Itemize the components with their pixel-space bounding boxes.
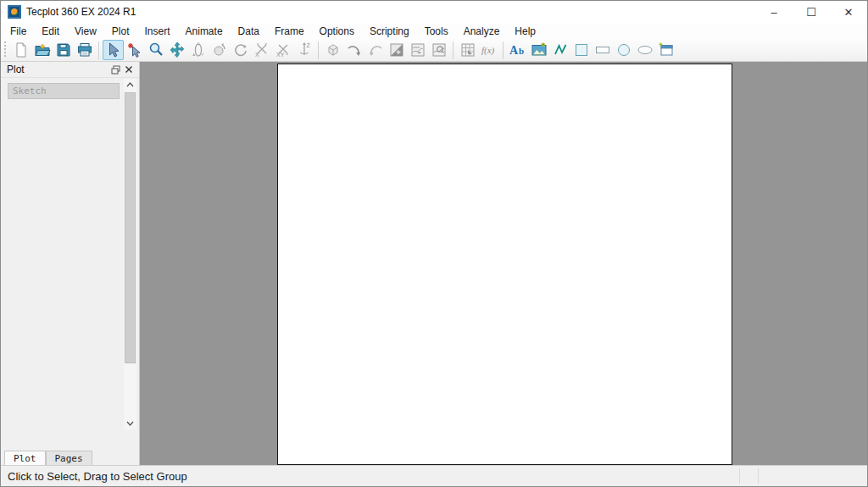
menu-file[interactable]: File	[3, 24, 34, 39]
insert-square-button[interactable]	[570, 40, 592, 60]
rotate-spherical-icon	[190, 42, 207, 58]
insert-text-button[interactable]: Ab	[507, 40, 528, 60]
float-panel-icon	[111, 65, 120, 75]
rotate-rollerball-button[interactable]	[209, 40, 230, 60]
rotate-x-icon: X	[253, 42, 270, 58]
menu-insert[interactable]: Insert	[137, 24, 178, 39]
probe-button[interactable]	[428, 40, 449, 60]
rotate-z-button[interactable]: Z	[293, 40, 314, 60]
probe-icon	[431, 42, 448, 58]
rotate-twist-button[interactable]	[230, 40, 251, 60]
close-button[interactable]: ✕	[830, 1, 867, 23]
scrollbar-thumb[interactable]	[125, 92, 136, 363]
save-layout-button[interactable]	[53, 40, 74, 60]
redo-arrow-icon	[367, 42, 384, 58]
magnifier-icon	[147, 42, 164, 58]
main-area: Plot Sketch Plot Pages	[1, 62, 867, 465]
save-floppy-icon	[55, 42, 72, 58]
workspace-canvas[interactable]	[141, 62, 867, 465]
print-button[interactable]	[74, 40, 95, 60]
maximize-button[interactable]: ☐	[793, 1, 830, 23]
menu-help[interactable]: Help	[507, 24, 543, 39]
insert-image-button[interactable]	[528, 40, 549, 60]
create-zone-icon	[388, 42, 405, 58]
ellipse-icon	[637, 42, 654, 58]
scroll-up-icon[interactable]	[124, 79, 136, 91]
open-layout-button[interactable]	[31, 40, 53, 60]
titlebar: Tecplot 360 EX 2024 R1 – ☐ ✕	[1, 1, 867, 23]
rotate-y-icon: XY	[275, 42, 292, 58]
rotate-z-icon: Z	[296, 42, 313, 58]
menu-options[interactable]: Options	[312, 24, 362, 39]
toolbar-separator	[503, 42, 504, 59]
function-icon: f(x)	[480, 42, 498, 58]
printer-icon	[76, 42, 93, 58]
text-icon: Ab	[509, 42, 527, 58]
selector-tool-button[interactable]	[103, 40, 124, 60]
fx-glyph: f(x)	[481, 45, 495, 56]
menu-analyze[interactable]: Analyze	[456, 24, 508, 39]
close-panel-button[interactable]	[122, 63, 136, 76]
new-layout-button[interactable]	[10, 40, 31, 60]
sidebar-title: Plot	[7, 64, 108, 75]
specify-equations-button[interactable]: f(x)	[478, 40, 499, 60]
menu-edit[interactable]: Edit	[34, 24, 67, 39]
svg-text:Z: Z	[306, 42, 310, 48]
insert-frame-button[interactable]	[655, 40, 676, 60]
rotate-y-button[interactable]: XY	[272, 40, 293, 60]
rotate-x-button[interactable]: X	[251, 40, 272, 60]
window-title: Tecplot 360 EX 2024 R1	[26, 6, 136, 18]
image-icon	[531, 42, 548, 58]
rotate-spherical-button[interactable]	[187, 40, 209, 60]
circle-icon	[615, 42, 632, 58]
data-spreadsheet-button[interactable]	[457, 40, 478, 60]
close-panel-icon	[125, 65, 133, 74]
selector-cursor-icon	[105, 42, 122, 58]
redo-button[interactable]	[364, 40, 386, 60]
rotate-rollerball-icon	[211, 42, 228, 58]
undo-arrow-icon	[346, 42, 363, 58]
scroll-down-icon[interactable]	[124, 418, 136, 429]
sidebar-scrollbar[interactable]	[124, 79, 136, 429]
zoom-tool-button[interactable]	[145, 40, 166, 60]
svg-text:X: X	[255, 52, 259, 58]
toolbar: X XY Z	[1, 39, 867, 62]
svg-text:A: A	[509, 44, 519, 57]
new-frame-icon	[658, 42, 675, 58]
menu-plot[interactable]: Plot	[104, 24, 137, 39]
rotate-twist-icon	[232, 42, 249, 58]
menu-animate[interactable]: Animate	[178, 24, 231, 39]
spreadsheet-icon	[459, 42, 476, 58]
menu-frame[interactable]: Frame	[267, 24, 312, 39]
insert-circle-button[interactable]	[613, 40, 634, 60]
insert-ellipse-button[interactable]	[634, 40, 655, 60]
tab-pages[interactable]: Pages	[46, 451, 92, 465]
cube-icon	[325, 42, 342, 58]
menu-view[interactable]: View	[67, 24, 104, 39]
extract-points-icon	[409, 42, 426, 58]
menu-data[interactable]: Data	[231, 24, 267, 39]
undo-button[interactable]	[343, 40, 364, 60]
extract-points-button[interactable]	[407, 40, 428, 60]
adjustor-tool-button[interactable]	[124, 40, 145, 60]
plot-frame[interactable]	[277, 64, 732, 465]
app-window: Tecplot 360 EX 2024 R1 – ☐ ✕ File Edit V…	[0, 0, 868, 487]
minimize-button[interactable]: –	[755, 1, 793, 23]
menu-tools[interactable]: Tools	[417, 24, 456, 39]
orthographic-view-button[interactable]	[322, 40, 343, 60]
translate-arrows-icon	[169, 42, 186, 58]
translate-tool-button[interactable]	[166, 40, 187, 60]
insert-polyline-button[interactable]	[549, 40, 570, 60]
tab-plot[interactable]: Plot	[4, 451, 46, 465]
toolbar-grip[interactable]	[3, 42, 7, 58]
toolbar-separator	[453, 42, 453, 59]
plot-type-select[interactable]: Sketch	[8, 83, 120, 99]
statusbar-divider	[758, 468, 759, 484]
create-zone-button[interactable]	[386, 40, 407, 60]
float-panel-button[interactable]	[108, 63, 122, 76]
insert-rectangle-button[interactable]	[592, 40, 613, 60]
status-message: Click to Select, Drag to Select Group	[1, 470, 187, 483]
menu-scripting[interactable]: Scripting	[362, 24, 417, 39]
svg-text:b: b	[519, 46, 524, 56]
square-icon	[573, 42, 590, 58]
